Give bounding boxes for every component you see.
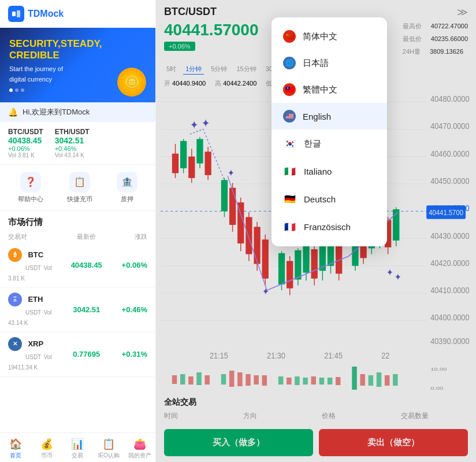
lang-english-label: English bbox=[303, 112, 331, 121]
cn-flag-icon: 🇨🇳 bbox=[283, 30, 296, 43]
fr-flag-icon: 🇫🇷 bbox=[283, 220, 297, 234]
market-row-xrp[interactable]: ✕ XRP USDT Vol 19411.34 K 0.77695 +0.31% bbox=[0, 332, 155, 377]
nav-ieo[interactable]: 📋 IEO认购 bbox=[93, 438, 124, 460]
lang-korean[interactable]: 🇰🇷 한글 bbox=[272, 130, 387, 157]
mr-xrp-left: ✕ XRP USDT Vol 19411.34 K bbox=[8, 337, 61, 372]
xrp-price-val: 0.77695 bbox=[61, 350, 113, 358]
language-dropdown: 🇨🇳 简体中文 🌐 日本語 🇹🇼 繁體中文 🇺🇸 English 🇰🇷 한글 bbox=[272, 17, 387, 246]
home-icon: 🏠 bbox=[9, 438, 22, 450]
left-panel: TDMock SECURITY,STEADY, CREDIBLE Start t… bbox=[0, 0, 156, 462]
btc-price-val: 40438.45 bbox=[61, 261, 113, 269]
xrp-base: USDT bbox=[25, 354, 41, 360]
ticker-eth[interactable]: ETH/USDT 3042.51 +0.46% Vol 43.14 K bbox=[55, 128, 90, 158]
market-row-eth[interactable]: Ξ ETH USDT Vol 43.14 K 3042.51 +0.46% bbox=[0, 288, 155, 332]
btc-change: +0.06% bbox=[113, 261, 147, 269]
ticker-btc-change: +0.06% bbox=[8, 145, 43, 152]
ieo-icon: 📋 bbox=[102, 438, 115, 450]
svg-rect-1 bbox=[17, 10, 20, 17]
banner-line1: SECURITY,STEADY, bbox=[9, 38, 146, 50]
logo-text: TDMock bbox=[28, 9, 64, 19]
lang-simplified-chinese[interactable]: 🇨🇳 简体中文 bbox=[272, 23, 387, 50]
jp-flag-icon: 🌐 bbox=[283, 57, 296, 69]
language-overlay[interactable]: 🇨🇳 简体中文 🌐 日本語 🇹🇼 繁體中文 🇺🇸 English 🇰🇷 한글 bbox=[156, 0, 476, 462]
app-header: TDMock bbox=[0, 0, 155, 28]
nav-coins[interactable]: 💰 币币 bbox=[31, 438, 62, 460]
lang-japanese[interactable]: 🌐 日本語 bbox=[272, 50, 387, 76]
xrp-icon: ✕ bbox=[8, 337, 22, 351]
eth-price-val: 3042.51 bbox=[61, 305, 113, 314]
svg-rect-0 bbox=[12, 12, 16, 16]
ticker-eth-price: 3042.51 bbox=[55, 136, 90, 145]
ticker-eth-change: +0.46% bbox=[55, 145, 90, 152]
banner-coin-icon: 🪙 bbox=[117, 68, 146, 97]
en-flag-icon: 🇺🇸 bbox=[283, 110, 296, 123]
pledge-icon: 🏦 bbox=[117, 172, 137, 193]
lang-french-label: Französisch bbox=[304, 222, 351, 232]
market-header: 交易对 最新价 涨跌 bbox=[0, 230, 155, 243]
trade-icon: 📊 bbox=[71, 438, 84, 450]
qa-help-label: 帮助中心 bbox=[18, 195, 43, 204]
qa-pledge-label: 质押 bbox=[121, 195, 133, 204]
market-section: 市场行情 交易对 最新价 涨跌 ₿ BTC USDT Vol 3.81 K 40… bbox=[0, 211, 155, 433]
lang-japanese-label: 日本語 bbox=[303, 58, 329, 69]
ticker-btc-pair: BTC/USDT bbox=[8, 128, 43, 136]
qa-pledge[interactable]: 🏦 质押 bbox=[117, 172, 137, 204]
lang-korean-label: 한글 bbox=[304, 138, 321, 149]
eth-name: ETH bbox=[28, 294, 43, 303]
ticker-btc-vol: Vol 3.81 K bbox=[8, 152, 43, 158]
nav-home[interactable]: 🏠 首页 bbox=[0, 438, 31, 460]
help-icon: ❓ bbox=[20, 172, 41, 193]
eth-price-col: 3042.51 bbox=[61, 305, 113, 314]
lang-german[interactable]: 🇩🇪 Deutsch bbox=[272, 185, 387, 213]
ticker-eth-pair: ETH/USDT bbox=[55, 128, 90, 136]
lang-traditional-chinese[interactable]: 🇹🇼 繁體中文 bbox=[272, 76, 387, 103]
de-flag-icon: 🇩🇪 bbox=[283, 192, 297, 206]
ticker-btc[interactable]: BTC/USDT 40438.45 +0.06% Vol 3.81 K bbox=[8, 128, 43, 158]
qa-help[interactable]: ❓ 帮助中心 bbox=[18, 172, 43, 204]
xrp-price-col: 0.77695 bbox=[61, 350, 113, 358]
btc-price-col: 40438.45 bbox=[61, 261, 113, 269]
it-flag-icon: 🇮🇹 bbox=[283, 164, 297, 178]
lang-german-label: Deutsch bbox=[304, 194, 336, 204]
lang-simplified-chinese-label: 简体中文 bbox=[303, 31, 337, 42]
lang-french[interactable]: 🇫🇷 Französisch bbox=[272, 213, 387, 241]
logo: TDMock bbox=[8, 6, 64, 22]
xrp-name: XRP bbox=[28, 339, 43, 348]
ticker-row: BTC/USDT 40438.45 +0.06% Vol 3.81 K ETH/… bbox=[0, 122, 155, 165]
nav-trade[interactable]: 📊 交易 bbox=[62, 438, 94, 460]
bell-icon: 🔔 bbox=[8, 108, 18, 117]
btc-icon: ₿ bbox=[8, 248, 22, 262]
banner-line2: CREDIBLE bbox=[9, 50, 146, 61]
dot-2 bbox=[15, 88, 18, 92]
lang-traditional-chinese-label: 繁體中文 bbox=[303, 84, 337, 95]
tw-flag-icon: 🇹🇼 bbox=[283, 83, 296, 96]
lang-english[interactable]: 🇺🇸 English bbox=[272, 103, 387, 130]
nav-trade-label: 交易 bbox=[72, 452, 83, 460]
nav-assets-label: 我的资产 bbox=[128, 452, 151, 460]
bottom-nav: 🏠 首页 💰 币币 📊 交易 📋 IEO认购 👛 我的资产 bbox=[0, 433, 155, 462]
coins-icon: 💰 bbox=[40, 438, 53, 450]
btc-name: BTC bbox=[28, 250, 43, 258]
quick-actions: ❓ 帮助中心 📋 快捷充币 🏦 质押 bbox=[0, 165, 155, 211]
lang-italian[interactable]: 🇮🇹 Italiano bbox=[272, 157, 387, 185]
welcome-text: Hi,欢迎来到TDMock bbox=[23, 107, 90, 117]
ticker-btc-price: 40438.45 bbox=[8, 136, 43, 145]
nav-home-label: 首页 bbox=[10, 452, 21, 460]
qa-recharge-label: 快捷充币 bbox=[67, 195, 92, 204]
eth-base: USDT bbox=[25, 309, 41, 316]
market-row-btc[interactable]: ₿ BTC USDT Vol 3.81 K 40438.45 +0.06% bbox=[0, 243, 155, 288]
dot-1 bbox=[9, 88, 13, 92]
eth-change: +0.46% bbox=[113, 305, 147, 314]
eth-icon: Ξ bbox=[8, 293, 22, 306]
welcome-bar: 🔔 Hi,欢迎来到TDMock bbox=[0, 102, 155, 122]
market-col-change: 涨跌 bbox=[113, 232, 147, 241]
qa-recharge[interactable]: 📋 快捷充币 bbox=[67, 172, 92, 204]
kr-flag-icon: 🇰🇷 bbox=[283, 136, 297, 150]
xrp-change: +0.31% bbox=[113, 350, 147, 358]
recharge-icon: 📋 bbox=[69, 172, 90, 193]
market-title: 市场行情 bbox=[0, 211, 155, 230]
right-panel: BTC/USDT ≫ 40441.57000 +0.06% 最高价 40722.… bbox=[156, 0, 476, 462]
logo-icon bbox=[8, 6, 24, 22]
market-col-price: 最新价 bbox=[61, 232, 113, 241]
nav-assets[interactable]: 👛 我的资产 bbox=[124, 438, 155, 460]
